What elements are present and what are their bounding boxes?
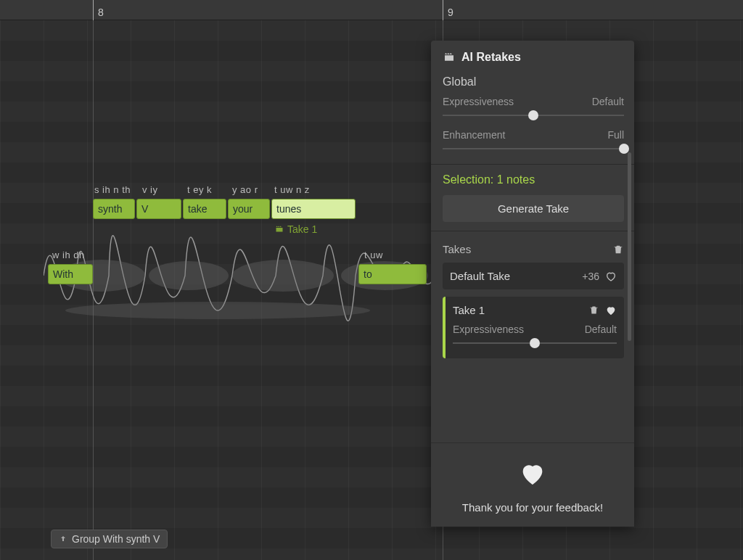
delete-take-button[interactable] xyxy=(588,305,599,316)
take-item-take1[interactable]: Take 1 Expressiveness Default xyxy=(443,297,624,358)
delete-all-takes-button[interactable] xyxy=(612,244,624,255)
global-heading: Global xyxy=(443,75,624,88)
svg-point-1 xyxy=(149,261,229,290)
phoneme-label: v iy xyxy=(142,184,158,197)
global-enhancement-slider[interactable] xyxy=(443,142,624,155)
note-with[interactable]: With xyxy=(48,264,93,284)
arrow-up-icon xyxy=(59,535,67,543)
note-lyric: V xyxy=(141,203,148,215)
param-value: Default xyxy=(585,324,617,335)
take-name: Default Take xyxy=(450,270,510,282)
phoneme-label: w ih dh xyxy=(52,250,85,263)
phoneme-label: t uw xyxy=(364,250,383,263)
note-to[interactable]: to xyxy=(358,264,427,284)
generate-take-button[interactable]: Generate Take xyxy=(443,195,624,222)
takes-heading: Takes xyxy=(443,243,471,255)
phoneme-label: y ao r xyxy=(232,184,258,197)
takes-heading-row: Takes xyxy=(443,243,624,255)
param-label: Expressiveness xyxy=(453,324,524,335)
note-lyric: to xyxy=(364,268,372,280)
feedback-block: Thank you for your feedback! xyxy=(431,442,634,527)
take-marker-label: Take 1 xyxy=(287,223,317,235)
note-lyric: your xyxy=(233,203,253,215)
param-label: Expressiveness xyxy=(443,96,514,107)
selection-summary: Selection: 1 notes xyxy=(443,173,624,186)
take1-expressiveness-row: Expressiveness Default xyxy=(453,324,617,335)
ai-retakes-panel: AI Retakes Global Expressiveness Default… xyxy=(431,41,634,527)
panel-header: AI Retakes xyxy=(431,51,634,73)
divider xyxy=(431,164,634,165)
note-lyric: tunes xyxy=(276,203,301,215)
feedback-text: Thank you for your feedback! xyxy=(443,501,623,514)
note-your[interactable]: your xyxy=(228,199,270,219)
panel-body: Global Expressiveness Default Enhancemen… xyxy=(431,73,634,442)
group-chip[interactable]: Group With synth V xyxy=(51,530,168,548)
svg-point-4 xyxy=(65,302,370,319)
param-label: Enhancement xyxy=(443,129,505,141)
take1-expressiveness-slider[interactable] xyxy=(453,337,617,350)
global-enhancement-row: Enhancement Full xyxy=(443,129,624,141)
trash-icon xyxy=(612,244,624,255)
heart-icon xyxy=(517,459,549,488)
take-marker[interactable]: Take 1 xyxy=(274,223,317,235)
divider xyxy=(431,231,634,231)
note-lyric: synth xyxy=(98,203,122,215)
trash-icon xyxy=(588,305,599,316)
clapperboard-icon xyxy=(274,225,284,234)
group-chip-label: Group With synth V xyxy=(72,533,160,545)
heart-outline-icon xyxy=(605,271,617,282)
panel-scrollbar[interactable] xyxy=(628,152,631,341)
note-tunes[interactable]: tunes xyxy=(271,199,356,219)
phoneme-label: t uw n z xyxy=(274,184,310,197)
note-v[interactable]: V xyxy=(136,199,181,219)
timeline-ruler[interactable]: 8 9 xyxy=(0,0,743,20)
note-lyric: take xyxy=(188,203,207,215)
bar-marker: 9 xyxy=(443,0,453,20)
param-value: Full xyxy=(607,129,624,141)
global-expressiveness-row: Expressiveness Default xyxy=(443,96,624,107)
param-value: Default xyxy=(592,96,624,107)
svg-point-2 xyxy=(232,260,334,292)
note-synth[interactable]: synth xyxy=(93,199,135,219)
favorite-take-button[interactable] xyxy=(605,305,617,316)
take-offset: +36 xyxy=(582,271,599,282)
phoneme-label: t ey k xyxy=(187,184,212,197)
take-item-default[interactable]: Default Take +36 xyxy=(443,263,624,289)
clapperboard-icon xyxy=(443,52,456,63)
phoneme-label: s ih n th xyxy=(94,184,131,197)
note-lyric: With xyxy=(53,268,73,280)
note-take[interactable]: take xyxy=(183,199,226,219)
take-name: Take 1 xyxy=(453,304,485,316)
heart-icon xyxy=(605,305,617,316)
global-expressiveness-slider[interactable] xyxy=(443,109,624,122)
panel-title: AI Retakes xyxy=(461,51,521,64)
favorite-take-button[interactable] xyxy=(605,271,617,282)
bar-marker: 8 xyxy=(93,0,104,20)
